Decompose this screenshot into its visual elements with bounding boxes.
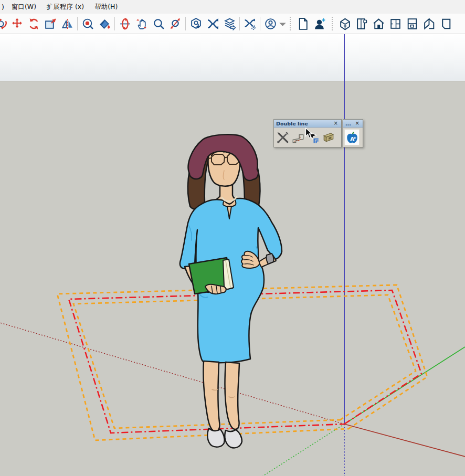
orbit-button[interactable] <box>0 15 8 32</box>
flip-gear-button[interactable] <box>241 15 258 32</box>
3d-viewport[interactable]: Double line × ... × A <box>0 34 465 476</box>
wall-block-icon <box>322 131 335 144</box>
extension-download-button[interactable] <box>187 15 204 32</box>
toolbar-grip-handle[interactable] <box>332 17 334 30</box>
component-cabinet-icon <box>406 17 419 30</box>
component-window-button[interactable] <box>387 15 404 32</box>
ai-apple-button[interactable]: A <box>344 129 360 145</box>
figure-right-shoe <box>225 430 242 448</box>
paint-bucket-button[interactable] <box>96 15 113 32</box>
woman-figure-component[interactable] <box>173 131 294 451</box>
layers-export-button[interactable] <box>221 15 238 32</box>
component-door-icon <box>355 17 368 30</box>
green-axis <box>344 347 465 424</box>
grab-icon <box>135 17 149 30</box>
toolbar-separator <box>185 17 186 30</box>
mini-toolbar-title: ... <box>345 121 354 126</box>
caret-down-button[interactable] <box>279 15 286 32</box>
component-slab-icon <box>439 17 452 30</box>
zoom-window-icon <box>44 17 57 30</box>
close-icon[interactable]: × <box>354 121 361 126</box>
menu-item-3[interactable]: 帮助(H) <box>89 0 123 14</box>
flip-arrows-icon <box>206 17 219 30</box>
component-cabinet-button[interactable] <box>404 15 420 32</box>
menu-item-0[interactable]: ) <box>0 0 6 14</box>
svg-text:A: A <box>350 136 354 143</box>
rotate-button[interactable] <box>25 15 42 32</box>
wall-corner-button[interactable] <box>290 129 305 145</box>
component-slab-button[interactable] <box>437 15 454 32</box>
toolbar-separator <box>260 17 260 30</box>
menu-item-1[interactable]: 窗口(W) <box>6 0 41 14</box>
mouse-cursor-icon <box>305 128 313 139</box>
ai-apple-icon: A <box>345 131 359 144</box>
figure-left-leg <box>203 361 219 431</box>
tools-icon <box>276 131 290 144</box>
mini-toolbar[interactable]: ... × A <box>343 119 363 147</box>
orbit-icon <box>0 17 8 30</box>
toolbar-separator <box>114 17 115 30</box>
tools-button[interactable] <box>275 129 290 145</box>
new-file-icon <box>297 17 310 30</box>
add-user-icon <box>313 17 326 30</box>
menu-item-2[interactable]: 扩展程序 (x) <box>41 0 89 14</box>
component-house-icon <box>372 17 385 30</box>
zoom-extents-icon <box>169 17 182 30</box>
extension-download-icon <box>189 17 203 30</box>
rotate-section-button[interactable] <box>117 15 133 32</box>
toolbar-grip-handle[interactable] <box>290 17 292 30</box>
menu-bar: )窗口(W)扩展程序 (x)帮助(H) <box>0 0 465 14</box>
figure-left-shoe <box>207 428 224 447</box>
layers-export-icon <box>223 17 236 30</box>
component-box-icon <box>339 17 352 30</box>
position-camera-icon <box>81 17 94 30</box>
double-line-toolbar-title: Double line <box>276 121 333 126</box>
figure-right-leg <box>225 362 239 429</box>
component-roof-button[interactable] <box>420 15 437 32</box>
grab-button[interactable] <box>133 15 150 32</box>
rotate-section-icon <box>119 17 132 30</box>
component-house-button[interactable] <box>370 15 387 32</box>
component-box-button[interactable] <box>336 15 353 32</box>
rotate-icon <box>27 17 40 30</box>
toolbar-separator <box>239 17 240 30</box>
zoom-icon <box>152 17 165 30</box>
paint-bucket-icon <box>98 17 111 30</box>
figure-bracelet <box>267 253 274 264</box>
zoom-button[interactable] <box>150 15 167 32</box>
component-window-icon <box>389 17 402 30</box>
red-axis <box>344 424 465 457</box>
add-user-button[interactable] <box>311 15 328 32</box>
pan-icon <box>10 17 24 30</box>
flip-arrows-button[interactable] <box>204 15 221 32</box>
mirror-icon <box>61 17 74 30</box>
toolbar-separator <box>77 17 78 30</box>
close-icon[interactable]: × <box>333 121 339 126</box>
account-icon <box>264 17 277 30</box>
zoom-window-button[interactable] <box>42 15 59 32</box>
main-toolbar <box>0 14 465 34</box>
sketchup-window: { "menu": { "items": [ {"label": ")"}, {… <box>0 0 465 476</box>
flip-gear-icon <box>244 17 257 30</box>
wall-corner-icon <box>291 131 305 144</box>
zoom-extents-button[interactable] <box>167 15 184 32</box>
wall-block-button[interactable] <box>321 129 336 145</box>
component-roof-icon <box>422 17 436 30</box>
component-door-button[interactable] <box>353 15 370 32</box>
position-camera-button[interactable] <box>79 15 96 32</box>
mirror-button[interactable] <box>59 15 76 32</box>
new-file-button[interactable] <box>294 15 311 32</box>
pan-button[interactable] <box>8 15 25 32</box>
caret-down-icon <box>276 17 289 30</box>
